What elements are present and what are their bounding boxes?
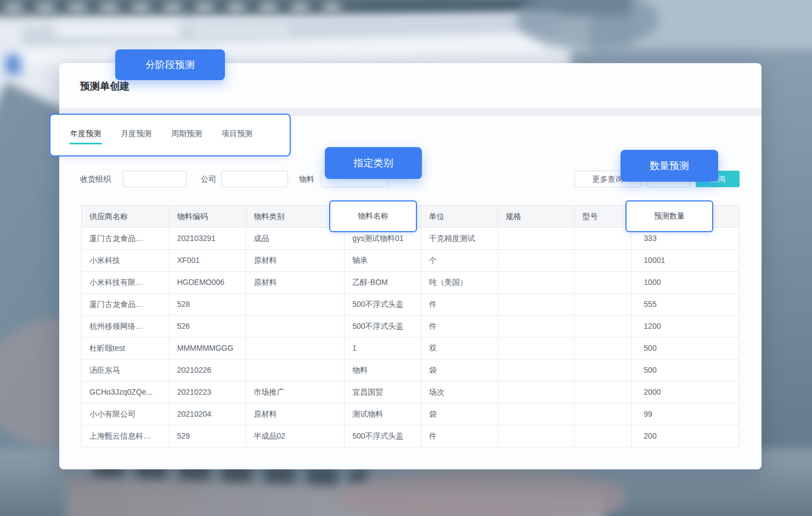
table-cell: 市场推广 — [246, 382, 345, 403]
table-row[interactable]: 杭州移领网络…526500不浮式头盖件1200 — [82, 316, 739, 338]
table-cell — [498, 272, 575, 293]
table-row[interactable]: 小米科技有限…HGDEMO006原材料乙醇-BOM吨（美国）1000 — [82, 272, 739, 294]
table-cell — [574, 425, 631, 447]
material-label: 物料 — [299, 171, 314, 187]
table-cell: GCHo3Jzq0ZQe... — [82, 382, 170, 403]
table-cell — [498, 316, 575, 337]
table-cell: 上海甄云信息科… — [82, 425, 170, 447]
table-cell: 轴承 — [345, 250, 421, 271]
table-cell: 526 — [170, 316, 246, 337]
table-cell — [574, 338, 631, 359]
table-cell — [498, 294, 575, 315]
table-cell: 1 — [345, 338, 421, 359]
table-row[interactable]: 厦门古龙食品…528500不浮式头盖件555 — [82, 294, 739, 316]
table-row[interactable]: 汤臣东马20210226物料袋500 — [82, 360, 739, 382]
header-cell-1: 物料编码 — [170, 206, 246, 227]
material-name-highlight-box: 物料名称 — [329, 200, 417, 232]
table-cell: 小米科技 — [82, 250, 170, 271]
table-cell: 杭州移领网络… — [82, 316, 170, 337]
table-row[interactable]: 小米科技XF001原材料轴承个10001 — [82, 250, 739, 272]
tabs-highlight-box: 年度预测月度预测周期预测项目预测 — [49, 114, 291, 156]
table-cell — [574, 294, 631, 315]
table-cell — [498, 403, 575, 425]
table-cell: 500不浮式头盖 — [345, 294, 421, 315]
table-row[interactable]: GCHo3Jzq0ZQe...20210223市场推广宜昌国贸场次2000 — [82, 382, 739, 403]
tab-2[interactable]: 周期预测 — [171, 129, 202, 144]
table-cell: 2000 — [631, 382, 739, 403]
bg-menu-items-blur — [4, 4, 356, 10]
table-cell: 件 — [421, 425, 498, 447]
tab-1[interactable]: 月度预测 — [121, 129, 151, 144]
table-cell: 200 — [631, 425, 739, 447]
table-cell — [246, 360, 345, 381]
table-cell: 场次 — [421, 382, 498, 403]
table-cell: 吨（美国） — [421, 272, 498, 293]
table-cell: 乙醇-BOM — [345, 272, 421, 293]
quantity-forecast-callout: 数量预测 — [621, 150, 718, 182]
table-cell: 个 — [421, 250, 498, 271]
table-cell — [574, 228, 631, 249]
receiving-org-input[interactable] — [123, 171, 187, 187]
table-cell: 杜昕颐test — [82, 338, 170, 359]
bg-document-icon — [5, 55, 21, 75]
forecast-tabs: 年度预测月度预测周期预测项目预测 — [70, 129, 252, 144]
table-cell — [498, 382, 575, 403]
table-row[interactable]: 上海甄云信息科…529半成品02500不浮式头盖件200 — [82, 425, 739, 447]
table-cell — [574, 250, 631, 271]
table-cell: 测试物料 — [345, 403, 421, 425]
material-name-header: 物料名称 — [358, 211, 388, 221]
tab-3[interactable]: 项目预测 — [222, 129, 252, 144]
table-cell: 529 — [170, 425, 246, 447]
table-cell: 宜昌国贸 — [345, 382, 421, 403]
table-row[interactable]: 杜昕颐testMMMMMMGGG1双500 — [82, 338, 739, 360]
table-cell: 小米科技有限… — [82, 272, 170, 293]
header-cell-5: 规格 — [498, 206, 575, 227]
table-cell: 原材料 — [246, 250, 345, 271]
table-cell: 500不浮式头盖 — [345, 425, 421, 447]
table-cell: 10001 — [631, 250, 739, 271]
table-cell: 500 — [631, 338, 739, 359]
table-cell: 原材料 — [246, 403, 345, 425]
table-cell — [498, 425, 575, 447]
header-cell-6: 型号 — [574, 206, 631, 227]
header-cell-0: 供应商名称 — [82, 206, 170, 227]
table-cell — [574, 316, 631, 337]
tab-0[interactable]: 年度预测 — [70, 129, 101, 144]
table-cell: 半成品02 — [246, 425, 345, 447]
table-cell: 99 — [631, 403, 739, 425]
table-cell: 件 — [421, 316, 498, 337]
table-cell: 厦门古龙食品… — [82, 228, 170, 249]
table-cell: 厦门古龙食品… — [82, 294, 170, 315]
table-cell — [498, 338, 575, 359]
table-cell: 528 — [170, 294, 246, 315]
table-cell: 20210204 — [170, 403, 246, 425]
table-row[interactable]: 小小有限公司20210204原材料测试物料袋99 — [82, 403, 739, 425]
table-body: 厦门古龙食品…202103291成品gys测试物料01千克精度测试333小米科技… — [82, 228, 739, 447]
table-cell — [574, 382, 631, 403]
table-cell: 双 — [421, 338, 498, 359]
table-cell: 汤臣东马 — [82, 360, 170, 381]
table-cell: 袋 — [421, 360, 498, 381]
table-cell: 1200 — [631, 316, 739, 337]
table-cell — [246, 294, 345, 315]
company-label: 公司 — [201, 171, 216, 187]
forecast-qty-header: 预测数量 — [654, 211, 685, 221]
phased-forecast-callout: 分阶段预测 — [115, 49, 225, 80]
forecast-panel: 预测单创建 年度预测月度预测周期预测项目预测 收货组织 公司 物料 更多查询 查… — [59, 63, 762, 469]
table-cell — [246, 316, 345, 337]
table-cell: 物料 — [345, 360, 421, 381]
table-cell — [498, 250, 575, 271]
header-cell-4: 单位 — [421, 206, 498, 227]
table-cell — [498, 228, 575, 249]
table-cell — [498, 360, 575, 381]
screenshot-root: 预测单创建 年度预测月度预测周期预测项目预测 收货组织 公司 物料 更多查询 查… — [0, 0, 812, 516]
forecast-table: 供应商名称物料编码物料类别单位规格型号 厦门古龙食品…202103291成品gy… — [81, 205, 740, 447]
company-input[interactable] — [221, 171, 288, 187]
table-cell — [246, 338, 345, 359]
table-cell: 20210223 — [170, 382, 246, 403]
receiving-org-label: 收货组织 — [80, 171, 111, 187]
table-cell: 20210226 — [170, 360, 246, 381]
table-cell: 件 — [421, 294, 498, 315]
table-cell: HGDEMO006 — [170, 272, 246, 293]
table-cell — [574, 360, 631, 381]
